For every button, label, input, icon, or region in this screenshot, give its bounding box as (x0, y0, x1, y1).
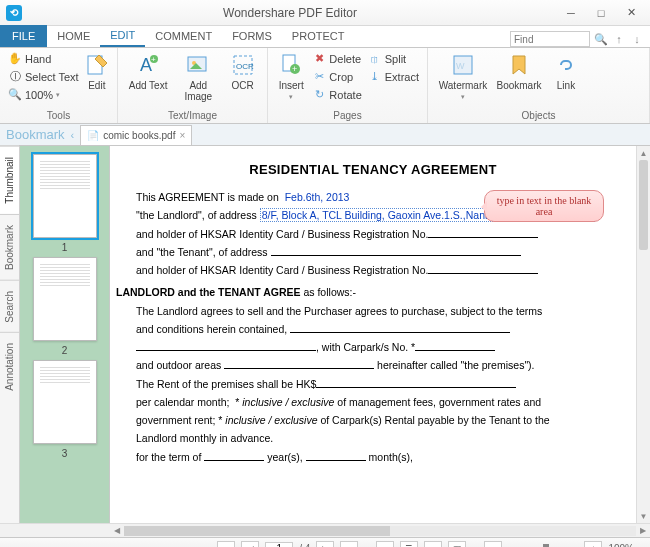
tab-protect[interactable]: PROTECT (282, 25, 355, 47)
file-menu[interactable]: FILE (0, 25, 47, 47)
page-thumbnail[interactable] (33, 154, 97, 238)
blank-line[interactable] (224, 368, 374, 369)
hand-tool[interactable]: ✋Hand (6, 50, 81, 67)
edit-button[interactable]: Edit (83, 50, 111, 91)
add-text-button[interactable]: A+Add Text (124, 50, 172, 91)
view-continuous-icon[interactable]: ≣ (400, 541, 418, 548)
view-facing-icon[interactable]: ▭▭ (424, 541, 442, 548)
extract-button[interactable]: ⤓Extract (366, 68, 421, 85)
ibeam-icon: Ⓘ (8, 70, 22, 84)
scroll-down-icon[interactable]: ▼ (637, 509, 650, 523)
blank-line[interactable] (316, 387, 516, 388)
blank-line[interactable] (428, 237, 538, 238)
delete-button[interactable]: ✖Delete (310, 50, 363, 67)
blank-line[interactable] (136, 350, 316, 351)
insert-icon: + (278, 52, 304, 78)
sidetab-label: Thumbnail (4, 157, 15, 204)
tab-home[interactable]: HOME (47, 25, 100, 47)
add-image-button[interactable]: Add Image (174, 50, 222, 102)
document-tabs: Bookmark ‹ 📄 comic books.pdf × (0, 124, 650, 146)
sidetab-annotation[interactable]: Annotation (0, 332, 19, 401)
select-text-tool[interactable]: ⒾSelect Text (6, 68, 81, 85)
page-thumbnail[interactable] (33, 257, 97, 341)
rotate-label: Rotate (329, 89, 361, 101)
doc-text: and holder of HKSAR Identity Card / Busi… (136, 228, 428, 240)
watermark-button[interactable]: WWatermark▾ (434, 50, 492, 101)
split-button[interactable]: ⎅Split (366, 50, 421, 67)
page-input[interactable] (265, 542, 293, 548)
crop-button[interactable]: ✂Crop (310, 68, 363, 85)
sidetab-search[interactable]: Search (0, 280, 19, 333)
scroll-left-icon[interactable]: ◀ (110, 526, 124, 535)
blank-line[interactable] (271, 255, 521, 256)
next-page-button[interactable]: ▷ (316, 541, 334, 548)
doc-title: RESIDENTIAL TENANCY AGREEMENT (116, 162, 630, 177)
scroll-right-icon[interactable]: ▶ (636, 526, 650, 535)
page-thumbnail[interactable] (33, 360, 97, 444)
bookmark-panel-title: Bookmark (6, 127, 65, 142)
find-input[interactable] (510, 31, 590, 47)
chevron-left-icon[interactable]: ‹ (71, 129, 75, 141)
doc-text: The Landlord agrees to sell and the Purc… (116, 303, 630, 319)
side-tabs: Thumbnail Bookmark Search Annotation (0, 146, 20, 523)
tab-comment[interactable]: COMMENT (145, 25, 222, 47)
last-page-button[interactable]: ⇥ (340, 541, 358, 548)
extract-label: Extract (385, 71, 419, 83)
maximize-button[interactable]: □ (588, 4, 614, 22)
first-page-button[interactable]: ⇤ (217, 541, 235, 548)
tooltip-callout: type in text in the blank area (484, 190, 604, 222)
blank-line[interactable] (204, 460, 264, 461)
chevron-down-icon: ▾ (56, 91, 60, 99)
extract-icon: ⤓ (368, 70, 382, 84)
find-prev-icon[interactable]: ↑ (612, 32, 626, 46)
link-button[interactable]: Link (546, 50, 586, 91)
filled-field[interactable]: Feb.6th, 2013 (285, 191, 350, 203)
blank-line[interactable] (415, 350, 495, 351)
doc-text: This AGREEMENT is made on (136, 191, 279, 203)
select-label: Select Text (25, 71, 79, 83)
close-tab-icon[interactable]: × (179, 130, 185, 141)
find-go-icon[interactable]: 🔍 (594, 32, 608, 46)
bookmark-button[interactable]: Bookmark (494, 50, 544, 91)
slider-knob[interactable] (543, 544, 549, 548)
ocr-button[interactable]: OCROCR (224, 50, 261, 91)
zoom-label: 100% (25, 89, 53, 101)
scroll-thumb[interactable] (124, 526, 390, 536)
insert-button[interactable]: +Insert▾ (274, 50, 308, 101)
add-image-icon (185, 52, 211, 78)
rotate-button[interactable]: ↻Rotate (310, 86, 363, 103)
scroll-up-icon[interactable]: ▲ (637, 146, 650, 160)
find-next-icon[interactable]: ↓ (630, 32, 644, 46)
blank-line[interactable] (306, 460, 366, 461)
view-single-icon[interactable]: ▭ (376, 541, 394, 548)
tab-forms[interactable]: FORMS (222, 25, 282, 47)
doc-text: The Rent of the premises shall be HK$ (136, 378, 316, 390)
page-number: 2 (62, 345, 68, 356)
crop-icon: ✂ (312, 70, 326, 84)
scroll-thumb[interactable] (639, 160, 648, 250)
doc-text: Landlord monthly in advance. (116, 430, 630, 446)
minimize-button[interactable]: ─ (558, 4, 584, 22)
blank-line[interactable] (428, 273, 538, 274)
vertical-scrollbar[interactable]: ▲ ▼ (636, 146, 650, 523)
app-title: Wondershare PDF Editor (22, 6, 558, 20)
view-facing-cont-icon[interactable]: ▥ (448, 541, 466, 548)
zoom-tool[interactable]: 🔍100%▾ (6, 86, 81, 103)
add-image-label: Add Image (174, 80, 222, 102)
zoom-in-button[interactable]: + (584, 541, 602, 548)
sidetab-bookmark[interactable]: Bookmark (0, 214, 19, 280)
document-tab[interactable]: 📄 comic books.pdf × (80, 125, 192, 145)
bookmark-icon (506, 52, 532, 78)
close-button[interactable]: ✕ (618, 4, 644, 22)
zoom-out-button[interactable]: − (484, 541, 502, 548)
blank-line[interactable] (290, 332, 510, 333)
document-page[interactable]: RESIDENTIAL TENANCY AGREEMENT This AGREE… (110, 146, 636, 523)
chevron-down-icon: ▾ (289, 93, 293, 101)
sidetab-thumbnail[interactable]: Thumbnail (0, 146, 19, 214)
edit-icon (84, 52, 110, 78)
horizontal-scrollbar[interactable]: ◀ ▶ (0, 523, 650, 537)
hand-icon: ✋ (8, 52, 22, 66)
svg-text:W: W (456, 61, 465, 71)
prev-page-button[interactable]: ◁ (241, 541, 259, 548)
tab-edit[interactable]: EDIT (100, 25, 145, 47)
